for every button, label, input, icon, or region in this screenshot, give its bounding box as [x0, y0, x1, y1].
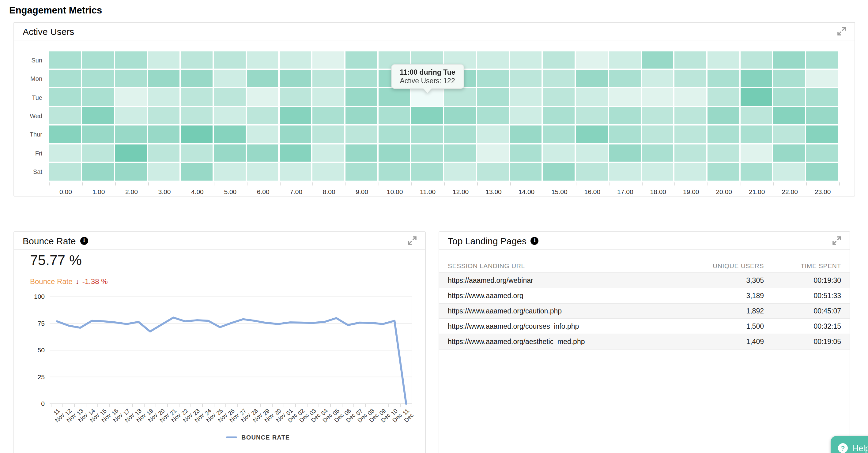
heatmap-cell[interactable]	[181, 144, 213, 162]
heatmap-cell[interactable]	[675, 107, 706, 125]
heatmap-cell[interactable]	[82, 107, 114, 125]
heatmap-cell[interactable]	[247, 107, 278, 125]
help-button[interactable]: ? Help	[831, 436, 868, 453]
heatmap-cell[interactable]	[543, 163, 575, 180]
heatmap-cell[interactable]	[345, 70, 377, 87]
heatmap-cell[interactable]	[312, 70, 344, 87]
heatmap-cell[interactable]	[148, 107, 180, 125]
heatmap-cell[interactable]	[214, 89, 245, 106]
heatmap-cell[interactable]	[609, 126, 641, 143]
heatmap-cell[interactable]	[247, 51, 278, 69]
heatmap-cell[interactable]	[477, 51, 509, 69]
heatmap-cell[interactable]	[181, 107, 213, 125]
heatmap-cell[interactable]	[181, 89, 213, 106]
heatmap-cell[interactable]	[312, 144, 344, 162]
heatmap-cell[interactable]	[510, 107, 541, 125]
heatmap-cell[interactable]	[675, 89, 706, 106]
heatmap-cell[interactable]	[49, 107, 81, 125]
heatmap-cell[interactable]	[280, 70, 311, 87]
heatmap-cell[interactable]	[773, 51, 805, 69]
heatmap-cell[interactable]	[82, 89, 114, 106]
heatmap-cell[interactable]	[642, 163, 673, 180]
heatmap-cell[interactable]	[214, 107, 245, 125]
heatmap-cell[interactable]	[477, 89, 509, 106]
heatmap-cell[interactable]	[345, 163, 377, 180]
heatmap-cell[interactable]	[181, 126, 213, 143]
heatmap-cell[interactable]	[247, 70, 278, 87]
heatmap-cell[interactable]	[49, 89, 81, 106]
heatmap-cell[interactable]	[444, 107, 476, 125]
heatmap-cell[interactable]	[740, 70, 772, 87]
heatmap-cell[interactable]	[280, 51, 311, 69]
heatmap-cell[interactable]	[345, 107, 377, 125]
heatmap-cell[interactable]	[82, 163, 114, 180]
heatmap-cell[interactable]	[510, 144, 541, 162]
heatmap-cell[interactable]	[280, 107, 311, 125]
heatmap-cell[interactable]	[806, 70, 838, 87]
heatmap-cell[interactable]	[49, 51, 81, 69]
heatmap-cell[interactable]	[115, 89, 147, 106]
heatmap-cell[interactable]	[740, 107, 772, 125]
heatmap-cell[interactable]	[543, 107, 575, 125]
heatmap-cell[interactable]	[411, 144, 443, 162]
heatmap-cell[interactable]	[642, 107, 673, 125]
heatmap-cell[interactable]	[806, 163, 838, 180]
heatmap-cell[interactable]	[708, 89, 739, 106]
heatmap-cell[interactable]	[675, 70, 706, 87]
heatmap-cell[interactable]	[576, 51, 607, 69]
heatmap-cell[interactable]	[773, 126, 805, 143]
heatmap-cell[interactable]	[378, 144, 410, 162]
heatmap-cell[interactable]	[345, 144, 377, 162]
heatmap-cell[interactable]	[609, 144, 641, 162]
heatmap-cell[interactable]	[477, 70, 509, 87]
heatmap-cell[interactable]	[345, 126, 377, 143]
heatmap-cell[interactable]	[576, 163, 607, 180]
heatmap-cell[interactable]	[115, 144, 147, 162]
heatmap-cell[interactable]	[247, 126, 278, 143]
heatmap-cell[interactable]	[378, 163, 410, 180]
heatmap-cell[interactable]	[411, 107, 443, 125]
heatmap-cell[interactable]	[115, 51, 147, 69]
heatmap-cell[interactable]	[115, 126, 147, 143]
heatmap-cell[interactable]	[444, 89, 476, 106]
heatmap-cell[interactable]	[148, 70, 180, 87]
heatmap-cell[interactable]	[773, 70, 805, 87]
heatmap-cell[interactable]	[345, 51, 377, 69]
heatmap-cell[interactable]	[247, 89, 278, 106]
heatmap-cell[interactable]	[115, 163, 147, 180]
heatmap-cell[interactable]	[411, 163, 443, 180]
heatmap-cell[interactable]	[708, 107, 739, 125]
heatmap-cell[interactable]	[576, 89, 607, 106]
heatmap-cell[interactable]	[740, 51, 772, 69]
heatmap-cell[interactable]	[82, 70, 114, 87]
heatmap-cell[interactable]	[806, 144, 838, 162]
heatmap-cell[interactable]	[49, 144, 81, 162]
heatmap-cell[interactable]	[510, 126, 541, 143]
heatmap-cell[interactable]	[477, 107, 509, 125]
heatmap-cell[interactable]	[444, 163, 476, 180]
heatmap-cell[interactable]	[148, 126, 180, 143]
heatmap-cell[interactable]	[773, 163, 805, 180]
heatmap-cell[interactable]	[148, 89, 180, 106]
heatmap-cell[interactable]	[378, 126, 410, 143]
heatmap-cell[interactable]	[708, 126, 739, 143]
heatmap-cell[interactable]	[477, 163, 509, 180]
heatmap-cell[interactable]	[115, 70, 147, 87]
info-icon[interactable]: i	[531, 236, 539, 245]
heatmap-cell[interactable]	[312, 51, 344, 69]
heatmap-cell[interactable]	[543, 126, 575, 143]
heatmap-cell[interactable]	[708, 70, 739, 87]
heatmap-cell[interactable]	[477, 126, 509, 143]
heatmap-cell[interactable]	[510, 70, 541, 87]
heatmap-cell[interactable]	[214, 70, 245, 87]
heatmap-cell[interactable]	[49, 163, 81, 180]
heatmap-cell[interactable]	[609, 107, 641, 125]
heatmap-cell[interactable]	[280, 163, 311, 180]
heatmap-cell[interactable]	[280, 126, 311, 143]
heatmap-cell[interactable]	[115, 107, 147, 125]
heatmap-cell[interactable]	[444, 126, 476, 143]
heatmap-cell[interactable]	[345, 89, 377, 106]
heatmap-cell[interactable]	[49, 126, 81, 143]
expand-icon[interactable]	[833, 236, 841, 245]
heatmap-cell[interactable]	[740, 144, 772, 162]
